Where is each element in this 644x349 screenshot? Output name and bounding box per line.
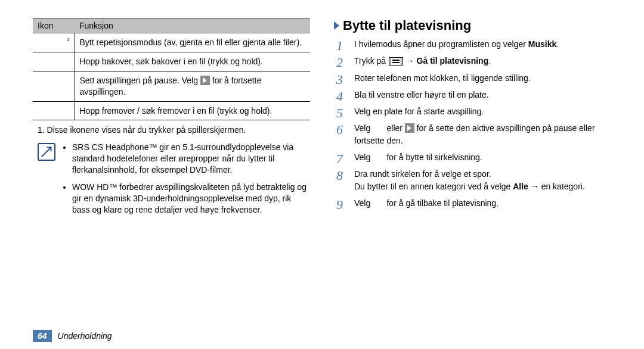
step-text: eller bbox=[385, 123, 405, 133]
steps-list: I hvilemodus åpner du programlisten og v… bbox=[334, 38, 611, 209]
step-bold: Musikk bbox=[528, 39, 556, 49]
step-text: → en kategori. bbox=[528, 182, 585, 191]
table-header: Ikon Funksjon bbox=[33, 18, 310, 33]
step-item: Bla til venstre eller høyre til en plate… bbox=[336, 89, 611, 101]
step-text: Trykk på [ bbox=[354, 56, 391, 66]
step-text: . bbox=[556, 39, 559, 49]
step-text: Velg bbox=[354, 198, 373, 208]
header-funksjon: Funksjon bbox=[75, 18, 310, 33]
icon-cell bbox=[33, 52, 75, 71]
step-text: I hvilemodus åpner du programlisten og v… bbox=[354, 39, 528, 49]
step-text: Dra rundt sirkelen for å velge et spor. bbox=[354, 168, 611, 180]
step-text: Velg bbox=[354, 123, 373, 133]
page-footer: 64 Underholdning bbox=[33, 330, 112, 342]
step-text: Du bytter til en annen kategori ved å ve… bbox=[354, 182, 513, 191]
func-pre: Sett avspillingen på pause. Velg bbox=[80, 76, 200, 85]
func-cell: Hopp bakover, søk bakover i en fil (tryk… bbox=[75, 52, 310, 71]
right-column: Bytte til platevisning I hvilemodus åpne… bbox=[334, 18, 611, 222]
step-bold: Alle bbox=[513, 182, 528, 191]
note-item: SRS CS Headphone™ gir en 5.1-surroundlyd… bbox=[72, 142, 310, 176]
chevron-right-icon bbox=[334, 21, 339, 30]
note-block: SRS CS Headphone™ gir en 5.1-surroundlyd… bbox=[33, 142, 310, 221]
step-bold: Gå til platevisning bbox=[417, 56, 489, 66]
table-row: Hopp bakover, søk bakover i en fil (tryk… bbox=[33, 52, 310, 71]
step-text: Velg bbox=[354, 152, 373, 162]
table-row: 1 Bytt repetisjonsmodus (av, gjenta en f… bbox=[33, 33, 310, 52]
header-ikon: Ikon bbox=[33, 18, 75, 33]
icon-cell bbox=[33, 101, 75, 120]
note-body: SRS CS Headphone™ gir en 5.1-surroundlyd… bbox=[61, 142, 310, 221]
func-cell: Hopp fremover / søk fremover i en fil (t… bbox=[75, 101, 310, 120]
heading-text: Bytte til platevisning bbox=[343, 18, 471, 33]
icon-cell bbox=[33, 71, 75, 101]
icon-function-table: Ikon Funksjon 1 Bytt repetisjonsmodus (a… bbox=[33, 18, 310, 120]
menu-icon bbox=[391, 57, 401, 66]
table-footnote: 1. Disse ikonene vises når du trykker på… bbox=[38, 125, 310, 135]
func-cell: Sett avspillingen på pause. Velg for å f… bbox=[75, 71, 310, 101]
section-heading: Bytte til platevisning bbox=[334, 18, 611, 33]
step-sub: Du bytter til en annen kategori ved å ve… bbox=[354, 180, 611, 192]
step-item: Velg for å bytte til sirkelvisning. bbox=[336, 151, 611, 163]
step-item: Velg en plate for å starte avspilling. bbox=[336, 105, 611, 117]
note-item: WOW HD™ forbedrer avspillingskvaliteten … bbox=[72, 182, 310, 216]
step-text: ] → bbox=[401, 56, 417, 66]
page-section: Underholdning bbox=[58, 331, 112, 341]
step-text: for å bytte til sirkelvisning. bbox=[385, 152, 482, 162]
table-row: Hopp fremover / søk fremover i en fil (t… bbox=[33, 101, 310, 120]
play-icon bbox=[405, 123, 414, 133]
step-item: Trykk på [] → Gå til platevisning. bbox=[336, 55, 611, 67]
step-item: Dra rundt sirkelen for å velge et spor. … bbox=[336, 168, 611, 192]
note-icon bbox=[38, 143, 55, 161]
play-icon bbox=[200, 76, 210, 85]
table-row: Sett avspillingen på pause. Velg for å f… bbox=[33, 71, 310, 101]
step-item: Roter telefonen mot klokken, til liggend… bbox=[336, 72, 611, 84]
icon-cell: 1 bbox=[33, 33, 75, 52]
left-column: Ikon Funksjon 1 Bytt repetisjonsmodus (a… bbox=[33, 18, 310, 222]
step-text: for å gå tilbake til platevisning. bbox=[385, 198, 499, 208]
step-item: Velg eller for å sette den aktive avspil… bbox=[336, 122, 611, 147]
step-item: I hvilemodus åpner du programlisten og v… bbox=[336, 38, 611, 50]
step-text: . bbox=[488, 56, 491, 66]
step-item: Velg for å gå tilbake til platevisning. bbox=[336, 197, 611, 209]
page-number: 64 bbox=[33, 330, 52, 342]
func-cell: Bytt repetisjonsmodus (av, gjenta en fil… bbox=[75, 33, 310, 52]
